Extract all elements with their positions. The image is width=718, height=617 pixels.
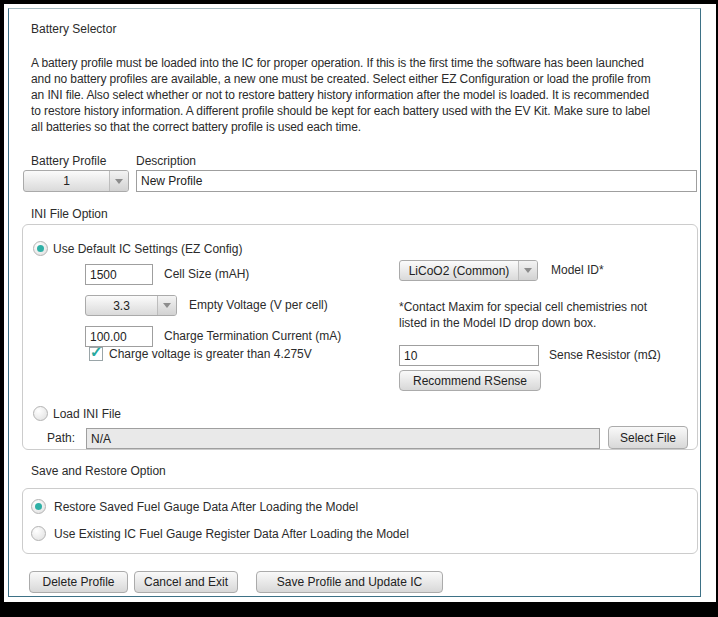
chevron-down-icon[interactable] [518, 261, 537, 280]
screenshot-frame: Battery Selector A battery profile must … [0, 0, 718, 617]
load-ini-label: Load INI File [53, 407, 121, 421]
empty-voltage-label: Empty Voltage (V per cell) [189, 298, 328, 312]
checkmark-icon: ✓ [90, 343, 103, 361]
model-id-label: Model ID* [551, 263, 604, 277]
select-file-button[interactable]: Select File [608, 426, 688, 449]
intro-line-5: all batteries so that the correct batter… [31, 120, 361, 134]
ez-config-radio[interactable] [33, 241, 48, 256]
page-background: Battery Selector A battery profile must … [4, 4, 716, 602]
intro-line-4: to restore history information. A differ… [31, 104, 650, 118]
charge-term-label: Charge Termination Current (mA) [164, 329, 341, 343]
intro-line-2: and no battery profiles are available, a… [31, 72, 651, 86]
load-ini-radio[interactable] [33, 406, 48, 421]
save-restore-groupbox [22, 488, 698, 554]
battery-profile-label: Battery Profile [31, 154, 106, 168]
sense-resistor-label: Sense Resistor (mΩ) [549, 348, 661, 362]
chevron-down-icon[interactable] [109, 171, 128, 191]
model-id-note-line-2: listed in the Model ID drop down box. [399, 316, 596, 330]
description-input[interactable] [136, 170, 697, 192]
path-input[interactable] [86, 428, 600, 449]
battery-profile-value: 1 [24, 171, 109, 191]
battery-selector-dialog: Battery Selector A battery profile must … [8, 8, 701, 597]
recommend-rsense-button[interactable]: Recommend RSense [399, 370, 541, 391]
intro-line-3: an INI file. Also select whether or not … [31, 88, 649, 102]
delete-profile-button[interactable]: Delete Profile [29, 571, 128, 593]
model-id-select[interactable]: LiCoO2 (Common) [399, 260, 538, 281]
save-profile-update-ic-button[interactable]: Save Profile and Update IC [256, 571, 443, 593]
empty-voltage-select[interactable]: 3.3 [85, 295, 177, 316]
intro-line-1: A battery profile must be loaded into th… [31, 56, 644, 70]
cell-size-label: Cell Size (mAH) [164, 267, 249, 281]
description-label: Description [136, 154, 196, 168]
use-existing-data-label: Use Existing IC Fuel Gauge Register Data… [54, 527, 409, 541]
chevron-down-icon[interactable] [157, 296, 176, 315]
model-id-note-line-1: *Contact Maxim for special cell chemistr… [399, 300, 647, 314]
ini-section-label: INI File Option [31, 207, 108, 221]
restore-saved-data-radio[interactable] [31, 499, 46, 514]
charge-voltage-label: Charge voltage is greater than 4.275V [109, 347, 312, 361]
charge-voltage-checkbox[interactable]: ✓ [89, 347, 103, 361]
restore-saved-data-label: Restore Saved Fuel Gauge Data After Load… [54, 500, 358, 514]
cancel-and-exit-button[interactable]: Cancel and Exit [134, 571, 238, 593]
empty-voltage-value: 3.3 [86, 296, 157, 315]
sense-resistor-input[interactable] [399, 345, 539, 366]
path-label: Path: [47, 431, 75, 445]
model-id-value: LiCoO2 (Common) [400, 261, 518, 280]
dialog-title: Battery Selector [31, 22, 116, 36]
ez-config-label: Use Default IC Settings (EZ Config) [53, 242, 242, 256]
use-existing-data-radio[interactable] [31, 526, 46, 541]
battery-profile-select[interactable]: 1 [23, 170, 129, 192]
cell-size-input[interactable] [85, 264, 153, 285]
save-restore-section-label: Save and Restore Option [31, 464, 166, 478]
